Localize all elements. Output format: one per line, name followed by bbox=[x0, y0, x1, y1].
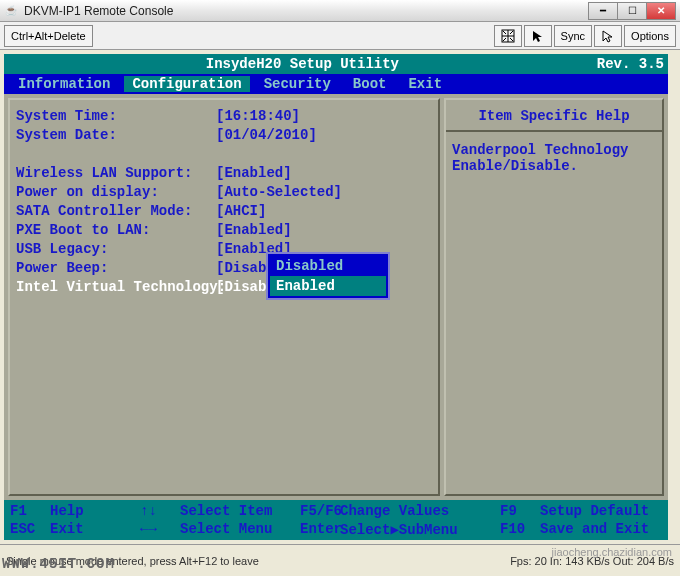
menu-item-boot[interactable]: Boot bbox=[345, 76, 395, 92]
hint-key: ↑↓ bbox=[140, 503, 180, 519]
hint-key: F5/F6 bbox=[300, 503, 340, 519]
setting-label: Wireless LAN Support: bbox=[16, 165, 216, 184]
hint-action: Select▶SubMenu bbox=[340, 521, 458, 538]
toolbar: Ctrl+Alt+Delete Sync Options bbox=[0, 22, 680, 50]
window-title: DKVM-IP1 Remote Console bbox=[24, 4, 589, 18]
setting-label: PXE Boot to LAN: bbox=[16, 222, 216, 241]
options-button[interactable]: Options bbox=[624, 25, 676, 47]
hint-action: Change Values bbox=[340, 503, 449, 519]
menu-item-configuration[interactable]: Configuration bbox=[124, 76, 249, 92]
hint-action: Help bbox=[50, 503, 84, 519]
setting-row[interactable]: System Time:[16:18:40] bbox=[16, 108, 432, 127]
maximize-button[interactable]: ☐ bbox=[617, 2, 647, 20]
hint-action: Select Item bbox=[180, 503, 272, 519]
setting-label: Power on display: bbox=[16, 184, 216, 203]
window-control-buttons: ━ ☐ ✕ bbox=[589, 2, 676, 20]
hint-key: F10 bbox=[500, 521, 540, 537]
setting-value: [Auto-Selected] bbox=[216, 184, 342, 203]
hint-key: ESC bbox=[10, 521, 50, 537]
setting-row[interactable]: Power on display:[Auto-Selected] bbox=[16, 184, 432, 203]
setting-row bbox=[16, 146, 432, 165]
menu-item-security[interactable]: Security bbox=[256, 76, 339, 92]
divider bbox=[446, 130, 662, 132]
setting-label: SATA Controller Mode: bbox=[16, 203, 216, 222]
hint-action: Setup Default bbox=[540, 503, 649, 519]
hint-key: Enter bbox=[300, 521, 340, 538]
setting-label: System Date: bbox=[16, 127, 216, 146]
help-title: Item Specific Help bbox=[452, 108, 656, 124]
hint-key: F9 bbox=[500, 503, 540, 519]
ctrl-alt-delete-button[interactable]: Ctrl+Alt+Delete bbox=[4, 25, 93, 47]
bios-menu: InformationConfigurationSecurityBootExit bbox=[4, 74, 668, 94]
value-popup: DisabledEnabled bbox=[266, 252, 390, 300]
setting-row[interactable]: SATA Controller Mode:[AHCI] bbox=[16, 203, 432, 222]
fullscreen-button[interactable] bbox=[494, 25, 522, 47]
setting-value: [Enabled] bbox=[216, 222, 292, 241]
bios-screen: InsydeH20 Setup Utility Rev. 3.5 Informa… bbox=[4, 54, 668, 540]
hint-key: ←→ bbox=[140, 521, 180, 537]
setting-label: System Time: bbox=[16, 108, 216, 127]
cursor-icon bbox=[531, 29, 545, 43]
hint-action: Exit bbox=[50, 521, 84, 537]
status-right: Fps: 20 In: 143 KB/s Out: 204 B/s bbox=[510, 555, 674, 567]
hint-action: Select Menu bbox=[180, 521, 272, 537]
hint-key: F1 bbox=[10, 503, 50, 519]
setting-value: [01/04/2010] bbox=[216, 127, 317, 146]
menu-item-exit[interactable]: Exit bbox=[400, 76, 450, 92]
menu-item-information[interactable]: Information bbox=[10, 76, 118, 92]
cursor2-button[interactable] bbox=[594, 25, 622, 47]
status-left: Single mouse mode entered, press Alt+F12… bbox=[6, 555, 259, 567]
bios-revision: Rev. 3.5 bbox=[597, 56, 664, 72]
sync-button[interactable]: Sync bbox=[554, 25, 592, 47]
help-pane: Item Specific Help Vanderpool Technology… bbox=[444, 98, 664, 496]
setting-row[interactable]: Wireless LAN Support:[Enabled] bbox=[16, 165, 432, 184]
bios-content: System Time:[16:18:40]System Date:[01/04… bbox=[4, 94, 668, 500]
setting-label: Intel Virtual Technology: bbox=[16, 279, 216, 298]
setting-row[interactable]: PXE Boot to LAN:[Enabled] bbox=[16, 222, 432, 241]
settings-pane: System Time:[16:18:40]System Date:[01/04… bbox=[8, 98, 440, 496]
bios-title: InsydeH20 Setup Utility bbox=[8, 56, 597, 72]
key-hints: F1Help↑↓Select ItemF5/F6Change ValuesF9S… bbox=[4, 500, 668, 540]
setting-label: Power Beep: bbox=[16, 260, 216, 279]
minimize-button[interactable]: ━ bbox=[588, 2, 618, 20]
setting-value: [16:18:40] bbox=[216, 108, 300, 127]
cursor-outline-icon bbox=[601, 29, 615, 43]
setting-label: USB Legacy: bbox=[16, 241, 216, 260]
bios-header: InsydeH20 Setup Utility Rev. 3.5 bbox=[4, 54, 668, 74]
setting-value: [AHCI] bbox=[216, 203, 266, 222]
popup-option-disabled[interactable]: Disabled bbox=[270, 256, 386, 276]
setting-row[interactable]: System Date:[01/04/2010] bbox=[16, 127, 432, 146]
remote-console: InsydeH20 Setup Utility Rev. 3.5 Informa… bbox=[4, 54, 668, 540]
cursor1-button[interactable] bbox=[524, 25, 552, 47]
help-text: Vanderpool Technology Enable/Disable. bbox=[452, 142, 656, 174]
setting-value: [Enabled] bbox=[216, 165, 292, 184]
popup-option-enabled[interactable]: Enabled bbox=[270, 276, 386, 296]
close-button[interactable]: ✕ bbox=[646, 2, 676, 20]
fullscreen-icon bbox=[501, 29, 515, 43]
window-titlebar: ☕ DKVM-IP1 Remote Console ━ ☐ ✕ bbox=[0, 0, 680, 22]
java-icon: ☕ bbox=[4, 4, 18, 18]
hint-action: Save and Exit bbox=[540, 521, 649, 537]
setting-label bbox=[16, 146, 216, 165]
status-bar: Single mouse mode entered, press Alt+F12… bbox=[0, 544, 680, 576]
